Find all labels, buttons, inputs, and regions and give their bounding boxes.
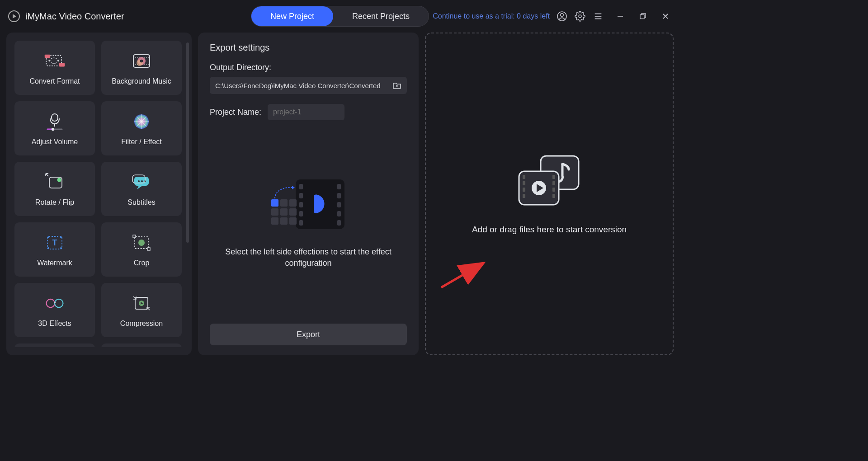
file-dropzone[interactable]: Add or drag files here to start conversi… [425,33,674,355]
filter-effect-icon [131,111,152,132]
tool-label: Rotate / Flip [35,198,74,207]
svg-rect-62 [299,211,303,216]
dropzone-text: Add or drag files here to start conversi… [472,225,627,235]
svg-rect-44 [133,235,136,238]
tool-convert-format[interactable]: Convert Format [14,41,95,95]
svg-point-24 [52,128,54,131]
svg-rect-86 [552,181,555,185]
svg-rect-76 [280,217,288,225]
tool-background-music[interactable]: Background Music [101,41,182,95]
svg-rect-88 [552,194,555,198]
tool-label: Adjust Volume [32,138,78,146]
tool-filter-effect[interactable]: Filter / Effect [101,101,182,155]
minimize-button[interactable] [614,10,627,23]
svg-rect-60 [299,193,303,198]
svg-point-46 [138,240,145,246]
rotate-flip-icon [44,171,66,193]
svg-rect-65 [337,193,341,198]
svg-rect-71 [289,199,297,207]
effect-placeholder-icon [268,175,349,234]
svg-rect-66 [337,202,341,207]
tool-adjust-volume[interactable]: Adjust Volume [14,101,95,155]
dropzone-panel: Add or drag files here to start conversi… [425,33,674,355]
svg-point-11 [48,60,50,61]
tab-switcher: New Project Recent Projects [251,6,429,27]
export-button[interactable]: Export [210,324,407,345]
tool-subtitles[interactable]: Subtitles [101,162,182,216]
output-directory-field[interactable]: C:\Users\FoneDog\iMyMac Video Converter\… [210,77,407,94]
tab-recent-projects[interactable]: Recent Projects [333,6,429,26]
svg-rect-81 [523,175,525,179]
svg-point-38 [47,236,49,238]
export-settings-title: Export settings [210,42,407,53]
dropzone-illustration-icon [515,153,583,207]
svg-point-41 [60,247,62,249]
tool-rotate-flip[interactable]: Rotate / Flip [14,162,95,216]
watermark-icon: T [44,232,66,254]
svg-point-31 [57,178,61,182]
svg-rect-13 [45,55,50,58]
tool-id3[interactable]: ID3 [14,343,95,347]
project-name-label: Project Name: [210,108,261,117]
titlebar: iMyMac Video Converter New Project Recen… [0,0,680,33]
tool-compression[interactable]: Compression [101,283,182,337]
tab-new-project[interactable]: New Project [251,6,333,26]
tools-scrollbar[interactable] [186,42,189,243]
svg-point-48 [55,299,63,307]
svg-point-39 [60,236,62,238]
trial-status[interactable]: Continue to use as a trial: 0 days left [433,12,550,20]
svg-rect-64 [337,184,341,189]
tools-panel: Convert Format Background Music Adjust V… [6,33,192,355]
svg-rect-59 [299,184,303,189]
svg-rect-14 [59,63,65,66]
export-panel: Export settings Output Directory: C:\Use… [198,33,419,355]
effect-config-hint: Select the left side effections to start… [222,246,394,269]
subtitles-icon [131,171,152,193]
output-directory-value: C:\Users\FoneDog\iMyMac Video Converter\… [215,82,392,89]
svg-rect-72 [271,208,278,216]
svg-rect-75 [271,217,278,225]
svg-point-47 [47,299,55,307]
svg-rect-77 [289,217,297,225]
tool-label: Convert Format [29,77,80,85]
maximize-button[interactable] [637,10,649,23]
tool-label: Crop [134,259,150,267]
svg-rect-45 [147,248,150,250]
settings-icon[interactable] [574,10,586,22]
svg-rect-82 [523,181,525,185]
close-button[interactable] [659,10,672,23]
compression-icon [131,292,152,314]
svg-rect-84 [523,194,525,198]
svg-rect-87 [552,188,555,192]
tool-watermark[interactable]: T Watermark [14,222,95,277]
tool-label: Compression [120,320,163,328]
tool-screenshot[interactable]: Screenshot [101,343,182,347]
svg-rect-70 [280,199,288,207]
account-icon[interactable] [556,10,568,22]
tool-crop[interactable]: Crop [101,222,182,277]
app-logo-icon [8,10,20,22]
svg-text:T: T [52,238,57,247]
convert-format-icon [44,50,66,72]
background-music-icon [131,50,152,72]
tool-3d-effects[interactable]: 3D Effects [14,283,95,337]
folder-browse-icon[interactable] [392,81,401,89]
svg-rect-74 [289,208,297,216]
effect-config-placeholder: Select the left side effections to start… [210,120,407,324]
svg-rect-85 [552,175,555,179]
svg-rect-83 [523,188,525,192]
annotation-arrow-icon [439,259,488,291]
svg-rect-61 [299,202,303,207]
svg-point-33 [138,180,140,182]
svg-point-40 [47,247,49,249]
svg-line-90 [441,264,482,287]
project-name-input[interactable] [268,104,344,120]
svg-rect-78 [271,199,278,207]
menu-icon[interactable] [592,10,604,22]
svg-point-1 [561,14,563,16]
svg-rect-73 [280,208,288,216]
adjust-volume-icon [44,111,66,132]
svg-rect-67 [337,211,341,216]
svg-rect-63 [299,220,303,226]
tool-label: Watermark [37,259,72,267]
